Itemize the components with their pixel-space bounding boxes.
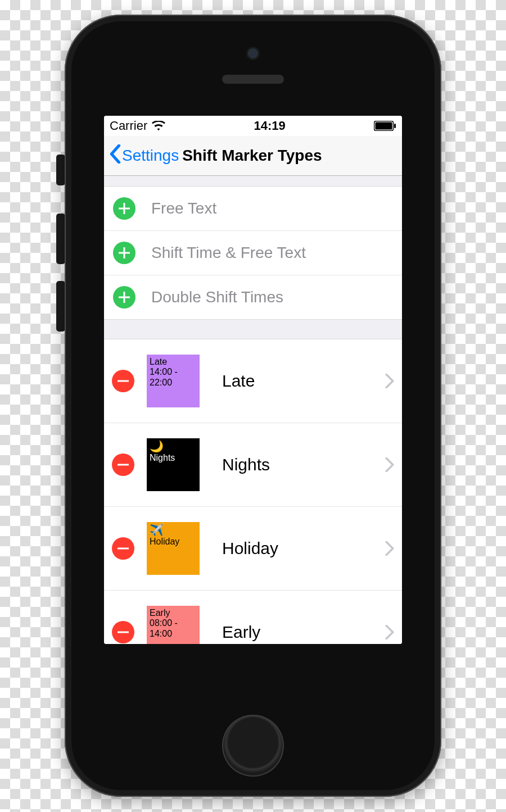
marker-row[interactable]: ✈️HolidayHoliday [104, 507, 402, 591]
mute-switch [56, 155, 65, 185]
marker-thumbnail-line: Holiday [150, 537, 197, 547]
marker-label: Holiday [222, 539, 373, 558]
section-gap [104, 319, 402, 339]
screen: Carrier 14:19 [104, 116, 402, 644]
home-button[interactable] [222, 715, 284, 777]
add-section: Free Text Shift Time & Free Text Double … [104, 187, 402, 319]
status-bar: Carrier 14:19 [104, 116, 402, 136]
marker-row[interactable]: 🌙NightsNights [104, 423, 402, 507]
volume-up-button [56, 214, 65, 264]
earpiece [222, 75, 284, 84]
marker-thumbnail-line: 08:00 - [150, 618, 197, 628]
add-row-label: Shift Time & Free Text [151, 244, 306, 262]
phone-frame: Carrier 14:19 [65, 15, 441, 797]
marker-thumbnail-icon: ✈️ [150, 524, 197, 536]
add-row-label: Free Text [151, 199, 216, 217]
marker-thumbnail: Late14:00 -22:00 [147, 355, 200, 407]
chevron-left-icon [110, 144, 121, 167]
markers-section: Late14:00 -22:00Late🌙NightsNights✈️Holid… [104, 339, 402, 644]
back-label: Settings [122, 147, 179, 165]
chevron-right-icon [385, 541, 394, 556]
chevron-right-icon [385, 457, 394, 472]
minus-icon[interactable] [112, 537, 134, 560]
marker-thumbnail: 🌙Nights [147, 438, 200, 491]
front-camera [248, 48, 258, 58]
plus-icon [113, 286, 135, 309]
list[interactable]: Free Text Shift Time & Free Text Double … [104, 176, 402, 644]
add-row[interactable]: Free Text [104, 187, 402, 231]
wifi-icon [152, 121, 165, 131]
volume-down-button [56, 281, 65, 332]
marker-thumbnail-line: Late [150, 357, 197, 367]
marker-thumbnail: ✈️Holiday [147, 522, 200, 575]
marker-thumbnail-line: Early [150, 608, 197, 618]
svg-rect-2 [394, 124, 396, 128]
marker-label: Nights [222, 455, 373, 474]
marker-thumbnail-icon: 🌙 [150, 441, 197, 452]
plus-icon [113, 197, 135, 220]
minus-icon[interactable] [112, 621, 134, 643]
chevron-right-icon [385, 374, 394, 388]
nav-bar: Settings Shift Marker Types [104, 136, 402, 176]
marker-row[interactable]: Late14:00 -22:00Late [104, 339, 402, 423]
add-row[interactable]: Shift Time & Free Text [104, 231, 402, 275]
marker-thumbnail-line: 14:00 - [150, 367, 197, 377]
back-button[interactable]: Settings [110, 144, 179, 167]
minus-icon[interactable] [112, 370, 134, 392]
minus-icon[interactable] [112, 453, 134, 476]
marker-row[interactable]: Early08:00 -14:00Early [104, 591, 402, 644]
marker-thumbnail: Early08:00 -14:00 [147, 606, 200, 644]
page-title: Shift Marker Types [182, 147, 322, 165]
marker-label: Late [222, 371, 373, 391]
clock: 14:19 [254, 119, 285, 133]
carrier-label: Carrier [110, 119, 147, 133]
section-gap [104, 176, 402, 187]
add-row[interactable]: Double Shift Times [104, 275, 402, 319]
plus-icon [113, 242, 135, 264]
marker-label: Early [222, 623, 373, 642]
add-row-label: Double Shift Times [151, 288, 283, 306]
marker-thumbnail-line: Nights [150, 453, 197, 463]
battery-icon [374, 121, 396, 131]
marker-thumbnail-line: 22:00 [150, 378, 197, 388]
svg-rect-1 [375, 123, 392, 130]
marker-thumbnail-line: 14:00 [150, 629, 197, 639]
chevron-right-icon [385, 625, 394, 639]
